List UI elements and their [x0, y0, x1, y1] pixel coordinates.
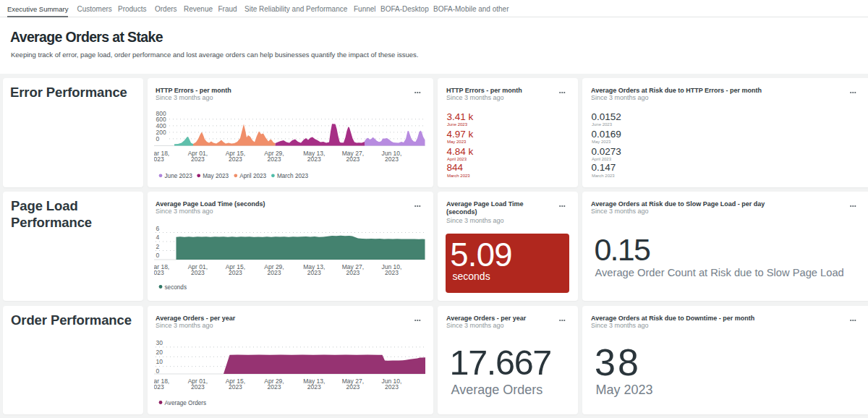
svg-text:0: 0: [156, 135, 160, 142]
svg-text:2023: 2023: [191, 155, 205, 163]
svg-text:2023: 2023: [307, 383, 321, 391]
svg-text:10: 10: [156, 358, 163, 365]
svg-text:6: 6: [156, 224, 160, 231]
svg-text:2023: 2023: [385, 383, 399, 391]
svg-text:2023: 2023: [268, 155, 281, 163]
svg-text:023: 023: [154, 383, 164, 391]
svg-text:0: 0: [156, 367, 160, 375]
svg-text:June 2023: June 2023: [165, 172, 193, 179]
svg-text:023: 023: [154, 155, 164, 163]
svg-text:2023: 2023: [385, 269, 399, 276]
svg-text:2023: 2023: [307, 269, 321, 276]
svg-text:2023: 2023: [229, 383, 242, 391]
svg-text:4: 4: [156, 234, 160, 241]
svg-text:2023: 2023: [191, 269, 205, 276]
svg-text:2023: 2023: [191, 383, 205, 391]
svg-text:Average Orders: Average Orders: [165, 399, 207, 406]
svg-text:April 2023: April 2023: [239, 172, 266, 179]
svg-text:023: 023: [154, 269, 164, 276]
svg-text:2023: 2023: [346, 383, 359, 391]
svg-text:2023: 2023: [268, 383, 281, 391]
svg-text:2023: 2023: [346, 155, 359, 163]
svg-text:20: 20: [156, 348, 163, 355]
svg-text:2: 2: [156, 242, 160, 249]
svg-text:30: 30: [156, 338, 163, 346]
svg-text:2023: 2023: [385, 155, 399, 163]
svg-text:2023: 2023: [268, 269, 281, 276]
svg-text:seconds: seconds: [165, 283, 187, 290]
svg-text:0: 0: [156, 251, 160, 258]
svg-text:May 2023: May 2023: [203, 172, 229, 179]
svg-text:2023: 2023: [346, 269, 359, 276]
svg-text:2023: 2023: [229, 155, 242, 163]
svg-text:2023: 2023: [229, 269, 242, 276]
svg-text:2023: 2023: [307, 155, 321, 163]
svg-text:March 2023: March 2023: [277, 172, 309, 179]
